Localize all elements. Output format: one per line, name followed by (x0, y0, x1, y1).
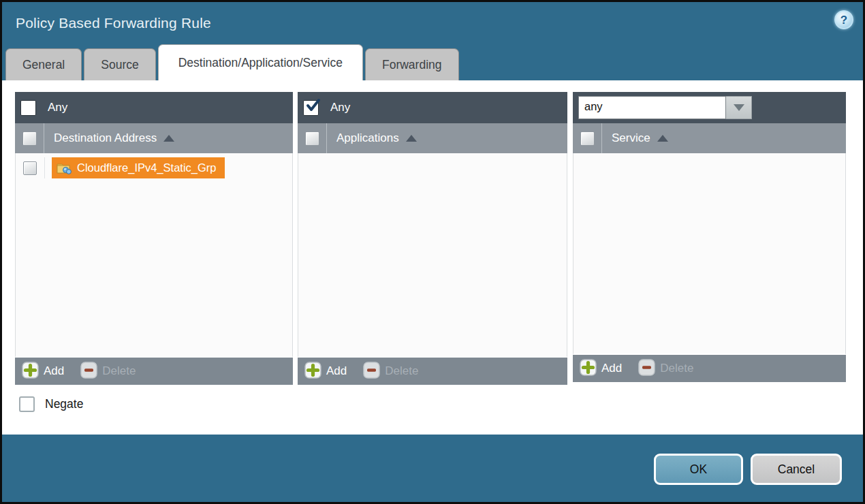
service-delete-button[interactable]: Delete (638, 359, 693, 378)
address-group-icon (57, 161, 72, 174)
service-list (573, 153, 846, 355)
applications-header-label: Applications (336, 131, 399, 145)
applications-list (298, 153, 567, 358)
tab-general[interactable]: General (5, 48, 82, 80)
service-header-label: Service (612, 131, 650, 145)
service-header[interactable]: Service (573, 123, 846, 153)
sort-ascending-icon[interactable] (657, 135, 668, 142)
add-label: Add (601, 362, 622, 375)
destination-address-item[interactable]: Cloudflare_IPv4_Static_Grp (52, 157, 225, 178)
negate-label: Negate (45, 397, 83, 411)
applications-footer: Add Delete (298, 358, 567, 385)
service-footer: Add Delete (573, 355, 846, 382)
service-add-button[interactable]: Add (580, 359, 622, 378)
destination-address-header[interactable]: Destination Address (15, 123, 293, 153)
tab-bar: General Source Destination/Application/S… (5, 44, 459, 80)
table-row: Cloudflare_IPv4_Static_Grp (16, 157, 292, 178)
add-icon (22, 362, 39, 381)
destination-list: Cloudflare_IPv4_Static_Grp (15, 153, 293, 358)
chevron-down-icon (734, 104, 744, 111)
ok-button[interactable]: OK (654, 454, 743, 485)
service-type-dropdown: any (578, 96, 752, 119)
add-icon (304, 362, 321, 381)
applications-select-all-checkbox[interactable] (305, 131, 319, 146)
add-label: Add (44, 364, 64, 378)
delete-icon (363, 362, 380, 381)
page-title: Policy Based Forwarding Rule (16, 2, 211, 44)
delete-icon (80, 362, 97, 381)
service-type-bar: any (573, 92, 846, 123)
applications-panel: Any Applications Add (298, 92, 567, 385)
delete-label: Delete (660, 362, 693, 375)
destination-add-button[interactable]: Add (22, 362, 64, 381)
destination-address-panel: Any Destination Address (15, 92, 293, 385)
sort-ascending-icon[interactable] (163, 135, 174, 142)
delete-label: Delete (385, 364, 418, 378)
applications-any-label: Any (330, 101, 350, 114)
applications-add-button[interactable]: Add (304, 362, 347, 381)
service-type-value[interactable]: any (578, 96, 726, 119)
destination-address-label: Cloudflare_IPv4_Static_Grp (77, 161, 217, 174)
destination-delete-button[interactable]: Delete (80, 362, 136, 381)
applications-delete-button[interactable]: Delete (363, 362, 418, 381)
tab-source[interactable]: Source (84, 48, 155, 80)
destination-any-checkbox[interactable] (20, 100, 36, 116)
add-icon (580, 359, 597, 378)
tab-content: Any Destination Address (2, 80, 863, 435)
applications-any-checkbox[interactable] (303, 100, 319, 116)
add-label: Add (326, 364, 347, 378)
applications-header[interactable]: Applications (298, 123, 567, 153)
sort-ascending-icon[interactable] (406, 135, 417, 142)
row-checkbox-cell (16, 157, 45, 178)
row-checkbox[interactable] (23, 161, 37, 175)
tab-destination-application-service[interactable]: Destination/Application/Service (158, 44, 363, 80)
titlebar: Policy Based Forwarding Rule ? (2, 2, 863, 44)
destination-any-label: Any (48, 101, 67, 114)
negate-checkbox[interactable] (19, 396, 35, 412)
destination-header-label: Destination Address (54, 131, 157, 145)
destination-select-all-cell (15, 123, 44, 153)
dropdown-button[interactable] (726, 96, 752, 119)
destination-any-bar: Any (15, 92, 293, 123)
help-icon[interactable]: ? (834, 10, 853, 29)
service-select-all-cell (573, 123, 602, 153)
service-panel: any Service (573, 92, 846, 382)
pbf-rule-dialog: Policy Based Forwarding Rule ? General S… (0, 0, 865, 504)
applications-select-all-cell (298, 123, 327, 153)
cancel-button[interactable]: Cancel (751, 454, 842, 485)
applications-any-bar: Any (298, 92, 567, 123)
service-select-all-checkbox[interactable] (580, 131, 595, 146)
tab-forwarding[interactable]: Forwarding (365, 48, 459, 80)
delete-label: Delete (102, 364, 136, 378)
destination-select-all-checkbox[interactable] (22, 131, 37, 146)
delete-icon (638, 359, 655, 378)
negate-row: Negate (19, 396, 83, 412)
destination-footer: Add Delete (15, 358, 293, 385)
